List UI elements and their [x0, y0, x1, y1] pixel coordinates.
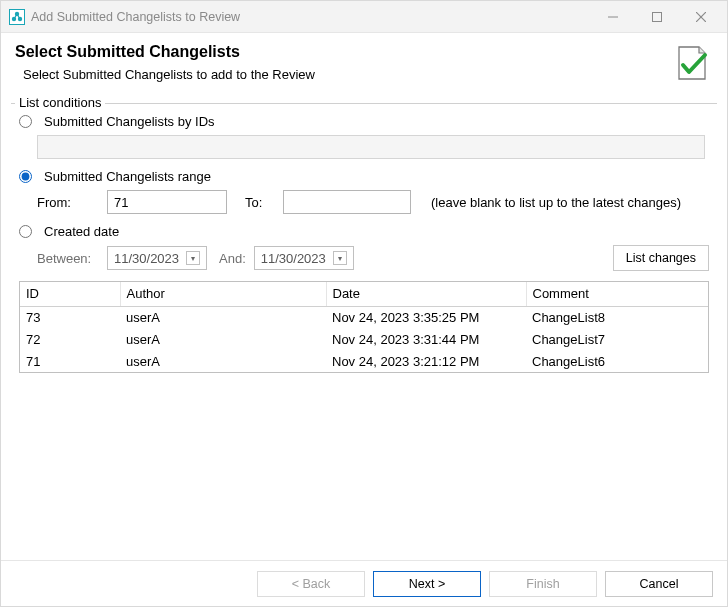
- radio-created-date-label[interactable]: Created date: [44, 224, 119, 239]
- between-date-input[interactable]: 11/30/2023 ▾: [107, 246, 207, 270]
- cell-date: Nov 24, 2023 3:31:44 PM: [326, 328, 526, 350]
- and-date-input[interactable]: 11/30/2023 ▾: [254, 246, 354, 270]
- list-conditions-legend: List conditions: [15, 95, 105, 110]
- svg-rect-0: [10, 9, 25, 24]
- radio-range[interactable]: [19, 170, 32, 183]
- cell-id: 73: [20, 306, 120, 328]
- table-row[interactable]: 71 userA Nov 24, 2023 3:21:12 PM ChangeL…: [20, 350, 708, 372]
- page-description: Select Submitted Changelists to add to t…: [23, 67, 671, 82]
- checkmark-page-icon: [671, 43, 711, 87]
- calendar-icon: ▾: [333, 251, 347, 265]
- to-label: To:: [245, 195, 275, 210]
- window-minimize-button[interactable]: [591, 2, 635, 32]
- next-button[interactable]: Next >: [373, 571, 481, 597]
- calendar-icon: ▾: [186, 251, 200, 265]
- cell-author: userA: [120, 350, 326, 372]
- from-input[interactable]: [107, 190, 227, 214]
- cell-comment: ChangeList7: [526, 328, 708, 350]
- table-row[interactable]: 72 userA Nov 24, 2023 3:31:44 PM ChangeL…: [20, 328, 708, 350]
- and-label: And:: [219, 251, 246, 266]
- wizard-footer: < Back Next > Finish Cancel: [1, 560, 727, 606]
- radio-by-ids-label[interactable]: Submitted Changelists by IDs: [44, 114, 215, 129]
- ids-input[interactable]: [37, 135, 705, 159]
- finish-button[interactable]: Finish: [489, 571, 597, 597]
- table-row[interactable]: 73 userA Nov 24, 2023 3:35:25 PM ChangeL…: [20, 306, 708, 328]
- svg-rect-7: [653, 12, 662, 21]
- titlebar: Add Submitted Changelists to Review: [1, 1, 727, 33]
- back-button[interactable]: < Back: [257, 571, 365, 597]
- cell-comment: ChangeList6: [526, 350, 708, 372]
- radio-by-ids[interactable]: [19, 115, 32, 128]
- window-close-button[interactable]: [679, 2, 723, 32]
- changelists-table: ID Author Date Comment 73 userA Nov 24, …: [19, 281, 709, 373]
- column-header-comment[interactable]: Comment: [526, 282, 708, 306]
- and-date-value: 11/30/2023: [261, 251, 326, 266]
- window-maximize-button[interactable]: [635, 2, 679, 32]
- from-label: From:: [37, 195, 99, 210]
- range-hint: (leave blank to list up to the latest ch…: [431, 195, 681, 210]
- app-icon: [9, 9, 25, 25]
- between-label: Between:: [37, 251, 99, 266]
- cell-id: 71: [20, 350, 120, 372]
- page-title: Select Submitted Changelists: [15, 43, 671, 61]
- list-changes-button[interactable]: List changes: [613, 245, 709, 271]
- cell-author: userA: [120, 328, 326, 350]
- column-header-date[interactable]: Date: [326, 282, 526, 306]
- cell-author: userA: [120, 306, 326, 328]
- column-header-author[interactable]: Author: [120, 282, 326, 306]
- window-title: Add Submitted Changelists to Review: [31, 10, 591, 24]
- table-header-row: ID Author Date Comment: [20, 282, 708, 306]
- cell-date: Nov 24, 2023 3:35:25 PM: [326, 306, 526, 328]
- cell-date: Nov 24, 2023 3:21:12 PM: [326, 350, 526, 372]
- cancel-button[interactable]: Cancel: [605, 571, 713, 597]
- page-header: Select Submitted Changelists Select Subm…: [1, 33, 727, 95]
- between-date-value: 11/30/2023: [114, 251, 179, 266]
- radio-range-label[interactable]: Submitted Changelists range: [44, 169, 211, 184]
- cell-id: 72: [20, 328, 120, 350]
- list-conditions-group: List conditions Submitted Changelists by…: [11, 103, 717, 379]
- to-input[interactable]: [283, 190, 411, 214]
- cell-comment: ChangeList8: [526, 306, 708, 328]
- radio-created-date[interactable]: [19, 225, 32, 238]
- column-header-id[interactable]: ID: [20, 282, 120, 306]
